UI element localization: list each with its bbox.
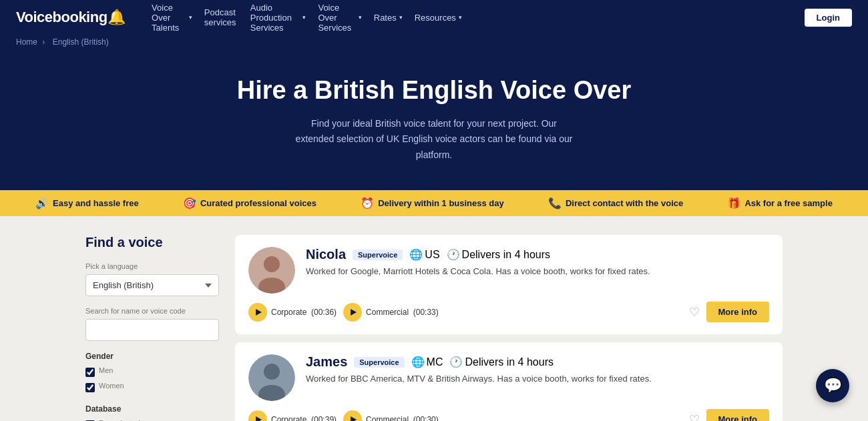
logo-icon: 🔔 xyxy=(107,9,126,25)
flag-icon: 🌐 xyxy=(409,248,423,261)
more-info-button[interactable]: More info xyxy=(706,409,770,421)
chevron-down-icon: ▾ xyxy=(302,14,306,21)
sidebar-title: Find a voice xyxy=(85,235,219,250)
nav-rates[interactable]: Rates ▾ xyxy=(374,13,403,23)
gender-men-checkbox[interactable] xyxy=(85,368,95,377)
search-input[interactable] xyxy=(85,319,219,341)
supervoice-badge: Supervoice xyxy=(353,250,403,260)
hero-description: Find your ideal British voice talent for… xyxy=(294,116,574,163)
free-sample-icon: 🎁 xyxy=(727,197,740,209)
feature-direct: 📞 Direct contact with the voice xyxy=(548,197,683,209)
play-corporate-button[interactable] xyxy=(248,303,267,322)
gender-men-label: Men xyxy=(99,366,113,374)
curated-icon: 🎯 xyxy=(183,197,196,209)
play-icon xyxy=(351,416,357,421)
database-section-title: Database xyxy=(85,404,219,414)
feature-direct-label: Direct contact with the voice xyxy=(566,198,683,208)
search-label: Search for name or voice code xyxy=(85,307,219,315)
play-group-commercial: Commercial (00:33) xyxy=(343,303,439,322)
chevron-down-icon: ▾ xyxy=(189,14,192,21)
features-bar: 🔊 Easy and hassle free 🎯 Curated profess… xyxy=(0,190,868,216)
gender-men-row: Men xyxy=(85,366,219,378)
svg-point-1 xyxy=(264,256,280,272)
voice-info-nicola: Nicola Supervoice 🌐 US 🕐 Delivers in 4 h… xyxy=(306,247,769,278)
play-group-commercial: Commercial (00:30) xyxy=(343,410,439,421)
gender-women-checkbox[interactable] xyxy=(85,383,95,392)
track-corporate-label: Corporate (00:36) xyxy=(271,308,337,317)
voice-info-james: James Supervoice 🌐 MC 🕐 Delivers in 4 ho… xyxy=(306,354,769,386)
feature-easy: 🔊 Easy and hassle free xyxy=(35,197,139,209)
play-icon xyxy=(256,309,262,316)
svg-point-4 xyxy=(264,364,280,380)
feature-curated: 🎯 Curated professional voices xyxy=(183,197,316,209)
voice-name-row: James Supervoice 🌐 MC 🕐 Delivers in 4 ho… xyxy=(306,354,769,370)
breadcrumb-current: English (British) xyxy=(53,37,109,47)
breadcrumb-separator: › xyxy=(42,37,45,47)
voice-card-top: James Supervoice 🌐 MC 🕐 Delivers in 4 ho… xyxy=(248,354,769,401)
track-commercial-label: Commercial (00:33) xyxy=(366,308,439,317)
track-corporate-label: Corporate (00:39) xyxy=(271,415,337,421)
breadcrumb-home[interactable]: Home xyxy=(16,37,37,47)
chevron-down-icon: ▾ xyxy=(359,14,362,21)
navbar: Voicebooking🔔 Voice Over Talents ▾ Podca… xyxy=(0,0,868,35)
avatar-james xyxy=(248,354,295,401)
hassle-free-icon: 🔊 xyxy=(35,197,49,209)
breadcrumb: Home › English (British) xyxy=(0,35,868,52)
chat-bubble-button[interactable]: 💬 xyxy=(816,369,849,402)
voice-flag: 🌐 MC xyxy=(411,356,443,368)
feature-curated-label: Curated professional voices xyxy=(200,198,316,208)
gender-section-title: Gender xyxy=(85,352,219,361)
play-group-corporate: Corporate (00:39) xyxy=(248,410,337,421)
nav-voice-over-services[interactable]: Voice Over Services ▾ xyxy=(318,3,361,33)
direct-contact-icon: 📞 xyxy=(548,197,562,209)
hero-section: Hire a British English Voice Over Find y… xyxy=(0,52,868,190)
avatar-nicola xyxy=(248,247,295,294)
voice-delivery: 🕐 Delivers in 4 hours xyxy=(447,248,551,261)
favorite-button[interactable]: ♡ xyxy=(689,412,700,421)
track-commercial-label: Commercial (00:30) xyxy=(366,415,439,421)
voice-list: Nicola Supervoice 🌐 US 🕐 Delivers in 4 h… xyxy=(235,235,783,421)
play-icon xyxy=(256,416,262,421)
main-layout: Find a voice Pick a language English (Br… xyxy=(67,216,801,421)
nav-links: Voice Over Talents ▾ Podcast services Au… xyxy=(152,3,462,33)
flag-icon: 🌐 xyxy=(411,356,425,368)
language-section: Pick a language English (British) xyxy=(85,262,219,296)
search-section: Search for name or voice code xyxy=(85,307,219,341)
sidebar: Find a voice Pick a language English (Br… xyxy=(85,235,219,421)
login-button[interactable]: Login xyxy=(805,9,852,27)
play-commercial-button[interactable] xyxy=(343,303,362,322)
gender-women-row: Women xyxy=(85,382,219,394)
page-title: Hire a British English Voice Over xyxy=(13,76,855,105)
language-label: Pick a language xyxy=(85,262,219,270)
feature-sample: 🎁 Ask for a free sample xyxy=(727,197,833,209)
voice-card-top: Nicola Supervoice 🌐 US 🕐 Delivers in 4 h… xyxy=(248,247,769,294)
voice-name-row: Nicola Supervoice 🌐 US 🕐 Delivers in 4 h… xyxy=(306,247,769,262)
voice-card-nicola: Nicola Supervoice 🌐 US 🕐 Delivers in 4 h… xyxy=(235,235,783,334)
voice-actions-james: Corporate (00:39) Commercial (00:30) ♡ M… xyxy=(248,409,769,421)
chevron-down-icon: ▾ xyxy=(459,14,462,21)
nav-resources[interactable]: Resources ▾ xyxy=(415,13,462,23)
nav-audio-production[interactable]: Audio Production Services ▾ xyxy=(250,3,306,33)
brand-logo[interactable]: Voicebooking🔔 xyxy=(16,9,125,26)
voice-name: James xyxy=(306,354,347,370)
play-group-corporate: Corporate (00:36) xyxy=(248,303,337,322)
play-corporate-button[interactable] xyxy=(248,410,267,421)
voice-description: Worked for Google, Marriott Hotels & Coc… xyxy=(306,265,769,278)
voice-actions-nicola: Corporate (00:36) Commercial (00:33) ♡ M… xyxy=(248,302,769,322)
feature-easy-label: Easy and hassle free xyxy=(53,198,139,208)
language-select[interactable]: English (British) xyxy=(85,274,219,296)
voice-flag: 🌐 US xyxy=(409,248,439,261)
favorite-button[interactable]: ♡ xyxy=(689,305,700,320)
voice-delivery: 🕐 Delivers in 4 hours xyxy=(449,356,554,368)
more-info-button[interactable]: More info xyxy=(706,302,770,322)
play-commercial-button[interactable] xyxy=(343,410,362,421)
voice-name: Nicola xyxy=(306,247,346,262)
gender-section: Gender Men Women xyxy=(85,352,219,394)
nav-voice-over-talents[interactable]: Voice Over Talents ▾ xyxy=(152,3,192,33)
feature-delivery-label: Delivery within 1 business day xyxy=(378,198,504,208)
nav-podcast-services[interactable]: Podcast services xyxy=(204,7,238,27)
clock-icon: 🕐 xyxy=(449,356,463,368)
feature-delivery: ⏰ Delivery within 1 business day xyxy=(361,197,504,209)
delivery-icon: ⏰ xyxy=(361,197,374,209)
supervoice-badge: Supervoice xyxy=(354,357,404,368)
